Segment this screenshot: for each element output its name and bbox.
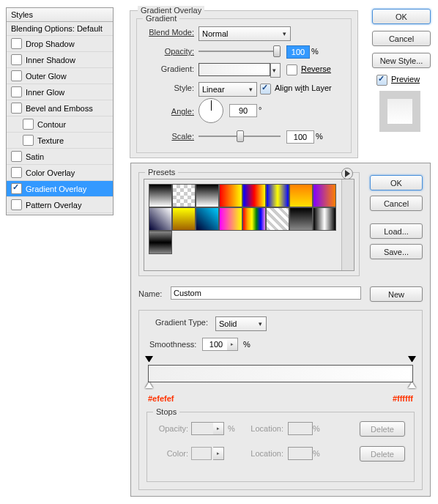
preset-swatch-15[interactable] (313, 207, 336, 231)
preset-swatch-8[interactable] (149, 207, 172, 231)
style-checkbox[interactable] (11, 86, 22, 97)
style-checkbox[interactable] (23, 119, 34, 130)
preview-checkbox[interactable] (376, 75, 387, 86)
stop-location-label-1: Location: (242, 424, 283, 433)
style-label: Style: (137, 84, 194, 92)
presets-flyout-icon[interactable] (341, 168, 353, 179)
preset-swatch-0[interactable] (149, 184, 172, 207)
style-label: Inner Shadow (26, 56, 75, 64)
scale-input[interactable] (286, 130, 314, 144)
presets-group: Presets (138, 172, 360, 276)
stop-location-input-1 (288, 422, 313, 435)
style-checkbox[interactable] (23, 135, 34, 146)
gradient-overlay-group: Gradient Overlay Gradient Blend Mode: No… (130, 10, 358, 158)
style-checkbox[interactable] (11, 199, 22, 210)
style-item-texture[interactable]: Texture (7, 133, 113, 149)
presets-scroll[interactable] (144, 179, 355, 271)
preset-swatch-10[interactable] (196, 207, 219, 231)
new-style-button[interactable]: New Style... (372, 53, 431, 68)
save-button[interactable]: Save... (370, 244, 423, 259)
style-item-color-overlay[interactable]: Color Overlay (7, 165, 113, 181)
blending-options[interactable]: Blending Options: Default (7, 22, 113, 36)
load-button[interactable]: Load... (370, 223, 423, 239)
name-input[interactable] (171, 286, 361, 300)
preset-swatch-9[interactable] (172, 207, 196, 231)
gradient-preview[interactable] (198, 63, 270, 76)
style-item-satin[interactable]: Satin (7, 149, 113, 165)
opacity-slider[interactable] (198, 51, 281, 52)
stop-opacity-input (191, 422, 216, 435)
style-item-inner-shadow[interactable]: Inner Shadow (7, 52, 113, 68)
preset-swatch-2[interactable] (196, 184, 219, 207)
gradient-bar[interactable] (148, 365, 413, 382)
style-item-outer-glow[interactable]: Outer Glow (7, 68, 113, 84)
preview-swatch (379, 91, 420, 132)
preset-swatch-14[interactable] (289, 207, 313, 231)
stop-location-input-2 (288, 447, 313, 460)
scale-percent: % (316, 132, 323, 141)
preset-swatch-6[interactable] (289, 184, 313, 207)
smoothness-label: Smoothness: (149, 340, 196, 349)
gradient-dropdown-arrow[interactable] (270, 63, 281, 78)
preset-swatch-7[interactable] (313, 184, 336, 207)
ok-button-2[interactable]: OK (370, 175, 423, 190)
opacity-input[interactable] (286, 45, 310, 59)
reverse-checkbox[interactable] (286, 64, 297, 75)
degree-label: ° (259, 105, 261, 114)
style-checkbox[interactable] (11, 183, 22, 194)
style-dropdown[interactable]: Linear (198, 82, 257, 97)
angle-label: Angle: (171, 107, 194, 116)
style-label: Gradient Overlay (26, 185, 86, 193)
color-stop-left[interactable] (145, 382, 153, 391)
blend-mode-label: Blend Mode: (149, 28, 194, 37)
preview-label: Preview (391, 75, 420, 84)
preset-swatch-1[interactable] (172, 184, 196, 207)
style-checkbox[interactable] (11, 38, 22, 49)
style-label: Inner Glow (26, 88, 64, 97)
stops-group: Stops Opacity: ▸ % Location: % Delete Co… (146, 412, 415, 482)
new-button[interactable]: New (370, 286, 423, 302)
gradient-type-dropdown[interactable]: Solid (215, 316, 267, 331)
scrollbar[interactable] (341, 179, 354, 270)
ok-button[interactable]: OK (372, 9, 431, 24)
angle-dial[interactable] (198, 98, 223, 123)
styles-title: Styles (7, 8, 113, 22)
style-label: Texture (37, 136, 64, 145)
style-checkbox[interactable] (11, 70, 22, 81)
scale-slider[interactable] (198, 136, 281, 137)
preset-swatch-11[interactable] (219, 207, 242, 231)
style-checkbox[interactable] (11, 167, 22, 178)
style-checkbox[interactable] (11, 151, 22, 162)
style-item-pattern-overlay[interactable]: Pattern Overlay (7, 197, 113, 213)
align-checkbox[interactable] (260, 84, 271, 94)
reverse-label: Reverse (301, 64, 331, 73)
style-item-contour[interactable]: Contour (7, 116, 113, 133)
stop-location-label-2: Location: (242, 449, 283, 458)
color-stop-right[interactable] (408, 382, 416, 391)
style-checkbox[interactable] (11, 54, 22, 65)
smoothness-input[interactable] (202, 338, 230, 351)
angle-input[interactable] (229, 104, 257, 117)
cancel-button-2[interactable]: Cancel (370, 196, 423, 211)
preset-swatch-3[interactable] (219, 184, 242, 207)
stops-legend: Stops (153, 407, 179, 416)
preset-swatch-12[interactable] (242, 207, 266, 231)
style-item-bevel-and-emboss[interactable]: Bevel and Emboss (7, 100, 113, 116)
style-item-inner-glow[interactable]: Inner Glow (7, 84, 113, 100)
blend-mode-dropdown[interactable]: Normal (198, 26, 291, 41)
delete-stop-1: Delete (360, 421, 405, 437)
stop-opacity-spinner: ▸ (213, 422, 224, 435)
preset-swatch-13[interactable] (266, 207, 289, 231)
style-item-stroke[interactable]: Stroke (7, 213, 113, 215)
preset-swatch-16[interactable] (149, 231, 172, 254)
style-label: Satin (26, 152, 44, 161)
style-label: Bevel and Emboss (26, 104, 93, 113)
preset-swatch-5[interactable] (266, 184, 289, 207)
style-checkbox[interactable] (11, 103, 22, 114)
smoothness-spinner[interactable]: ▸ (227, 338, 238, 351)
cancel-button[interactable]: Cancel (372, 31, 431, 46)
style-item-drop-shadow[interactable]: Drop Shadow (7, 36, 113, 52)
gradient-editor-panel: Presets OK Cancel Load... Save... Name: … (130, 163, 431, 497)
style-item-gradient-overlay[interactable]: Gradient Overlay (7, 181, 113, 197)
preset-swatch-4[interactable] (242, 184, 266, 207)
